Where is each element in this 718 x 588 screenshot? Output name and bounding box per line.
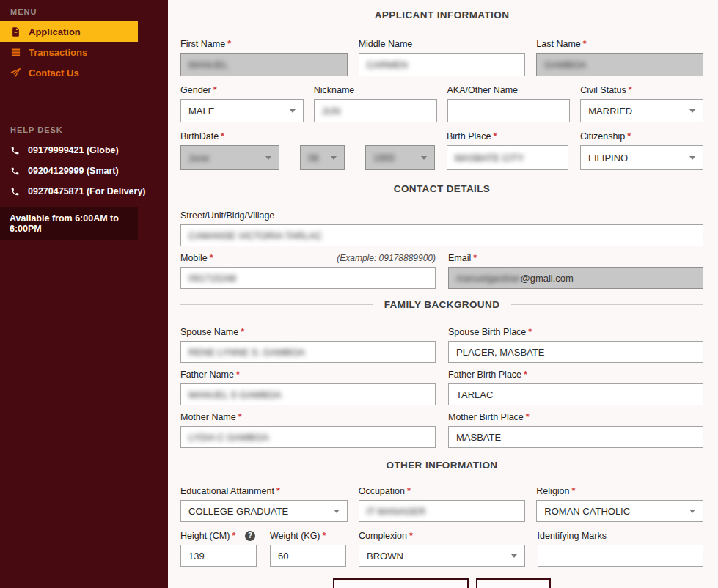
spouse-birth-place-input[interactable]: PLACER, MASBATE [448,341,703,363]
middle-name-label: Middle Name [359,39,413,49]
nickname-input[interactable]: JUN [314,99,437,122]
sidebar: MENU Application Transactions Contact Us… [0,0,168,588]
aka-label: AKA/Other Name [447,85,519,95]
save-information-button[interactable]: SAVE INFORMATION [333,578,469,588]
birth-place-input[interactable]: MASBATE CITY [447,145,568,170]
required-asterisk: * [276,486,280,496]
required-asterisk: * [409,531,413,541]
mother-birth-place-input[interactable]: MASBATE [448,426,703,448]
help-desk-phone-smart: 09204129999 (Smart) [0,161,168,181]
weight-input[interactable]: 60 [270,545,346,567]
complexion-value: BROWN [367,551,403,562]
mother-name-label: Mother Name [180,412,236,422]
aka-input[interactable] [447,99,571,122]
help-icon[interactable]: ? [245,531,255,541]
section-heading-applicant-information: APPLICANT INFORMATION [180,10,703,21]
father-name-input[interactable]: MANUEL S GAMBOA [180,383,436,405]
sidebar-item-application[interactable]: Application [0,21,138,42]
education-select[interactable]: COLLEGE GRADUATE [180,500,348,522]
email-suffix-value: @gmail.com [520,273,573,284]
chevron-down-icon [689,156,695,160]
required-asterisk: * [232,531,235,541]
email-input: manuelgardner@gmail.com [448,267,703,289]
street-input[interactable]: CAMANSE VICTORIA TARLAC [180,224,703,246]
religion-value: ROMAN CATHOLIC [544,506,630,517]
father-birth-place-label: Father Birth Place [448,370,521,380]
education-value: COLLEGE GRADUATE [188,506,288,517]
civil-status-value: MARRIED [588,106,632,117]
required-asterisk: * [236,370,240,380]
sidebar-item-contact-us[interactable]: Contact Us [0,62,138,83]
birth-year-select: 1955 [365,145,435,170]
phone-icon [10,146,20,155]
height-input[interactable]: 139 [180,545,257,567]
email-prefix-value: manuelgardner [456,273,520,284]
birth-place-label: Birth Place [447,131,491,142]
required-asterisk: * [526,412,530,422]
chevron-down-icon [265,156,271,160]
middle-name-value: CARMEN [367,59,408,70]
section-heading-other-information: OTHER INFORMATION [180,460,703,471]
birthdate-label: BirthDate [180,131,219,142]
street-value: CAMANSE VICTORIA TARLAC [188,230,322,241]
birth-day-value: 06 [308,152,318,163]
religion-select[interactable]: ROMAN CATHOLIC [536,500,703,522]
mobile-example-hint: (Example: 09178889900) [337,253,436,263]
spouse-name-input[interactable]: RENE LYNNE S. GAMBOA [180,341,436,363]
identifying-marks-input[interactable] [538,545,704,567]
last-name-input: GAMBOA [536,53,703,76]
gender-value: MALE [188,106,214,117]
spouse-birth-place-label: Spouse Birth Place [448,327,526,337]
paper-plane-icon [10,67,21,78]
required-asterisk: * [627,131,631,142]
complexion-select[interactable]: BROWN [359,545,525,567]
menu-section-label: MENU [0,0,168,21]
civil-status-select[interactable]: MARRIED [580,99,703,122]
street-label: Street/Unit/Bldg/Village [180,210,274,221]
spouse-name-label: Spouse Name [180,327,238,337]
sidebar-item-label: Application [29,26,81,37]
required-asterisk: * [221,131,224,142]
section-title: OTHER INFORMATION [386,460,497,471]
required-asterisk: * [238,412,242,422]
nickname-label: Nickname [314,85,355,95]
help-desk-section-label: HELP DESK [0,125,168,140]
mother-name-input[interactable]: LYDIA C GAMBOA [180,426,436,448]
nickname-value: JUN [322,106,340,117]
spouse-birth-place-value: PLACER, MASBATE [456,347,544,358]
divider-line [180,304,373,305]
citizenship-select[interactable]: FILIPINO [580,145,703,170]
mother-birth-place-value: MASBATE [456,432,501,443]
education-label: Educational Attainment [180,486,274,496]
civil-status-label: Civil Status [580,85,626,95]
chevron-down-icon [689,109,695,113]
divider-line [502,188,703,189]
cancel-button[interactable]: CANCEL [476,578,551,588]
spouse-name-value: RENE LYNNE S. GAMBOA [188,347,305,358]
gender-label: Gender [180,85,211,95]
mobile-input[interactable]: 091715248 [180,267,436,289]
chevron-down-icon [511,554,517,558]
first-name-label: First Name [180,39,225,49]
chevron-down-icon [689,510,695,513]
father-birth-place-input[interactable]: TARLAC [448,383,703,405]
required-asterisk: * [323,531,326,541]
section-title: FAMILY BACKGROUND [384,299,500,310]
required-asterisk: * [528,327,532,337]
divider-line [510,465,703,466]
gender-select[interactable]: MALE [180,99,304,122]
first-name-input: MANUEL [180,53,348,76]
document-icon [10,26,21,37]
identifying-marks-label: Identifying Marks [538,531,607,541]
required-asterisk: * [227,39,231,49]
occupation-input[interactable]: IT MANAGER [359,500,526,522]
mother-birth-place-label: Mother Birth Place [448,412,524,422]
mother-name-value: LYDIA C GAMBOA [188,432,269,443]
sidebar-item-label: Transactions [29,47,87,58]
sidebar-item-transactions[interactable]: Transactions [0,42,138,62]
help-desk-phone-delivery: 09270475871 (For Delivery) [0,181,168,202]
middle-name-input[interactable]: CARMEN [359,53,526,76]
complexion-label: Complexion [359,531,407,541]
citizenship-value: FILIPINO [588,152,628,163]
sidebar-item-label: Contact Us [29,67,79,78]
